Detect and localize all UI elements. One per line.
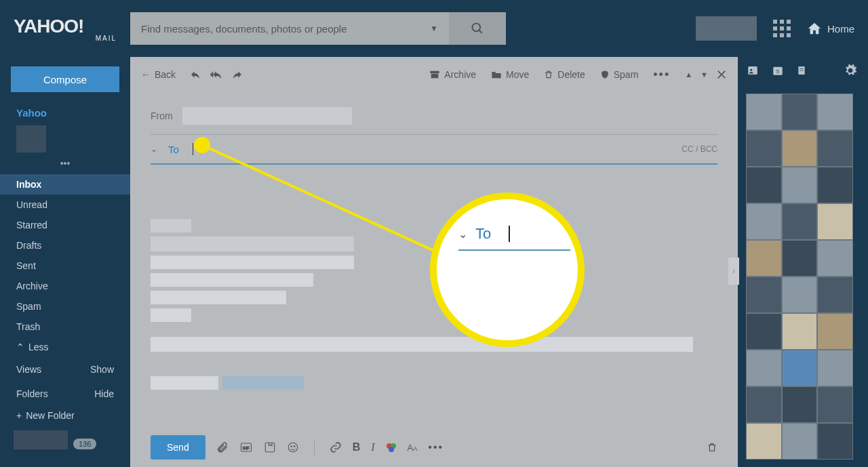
reply-icon[interactable] bbox=[189, 69, 201, 80]
folder-count: 136 bbox=[73, 439, 96, 449]
from-label: From bbox=[151, 110, 173, 121]
sidebar-item-unread[interactable]: Unread bbox=[0, 195, 130, 215]
chevron-down-icon: ⌄ bbox=[458, 228, 467, 241]
gif-icon[interactable]: GIF bbox=[239, 441, 253, 453]
archive-button[interactable]: Archive bbox=[429, 69, 476, 80]
svg-point-16 bbox=[750, 69, 752, 71]
collapse-down-icon[interactable]: ▼ bbox=[701, 70, 708, 79]
trash-icon bbox=[544, 69, 553, 80]
account-thumbnail bbox=[16, 125, 46, 153]
to-label: To bbox=[168, 144, 179, 155]
annotation-dot bbox=[194, 137, 210, 153]
attach-icon[interactable] bbox=[216, 441, 229, 453]
move-button[interactable]: Move bbox=[491, 69, 529, 80]
chevron-down-icon[interactable]: ▼ bbox=[430, 24, 438, 33]
search-bar: Find messages, documents, photos or peop… bbox=[130, 12, 506, 45]
trash-icon bbox=[707, 441, 717, 453]
sidebar-less[interactable]: ⌃ Less bbox=[0, 337, 130, 357]
plus-icon: + bbox=[16, 410, 22, 421]
compose-button[interactable]: Compose bbox=[11, 66, 119, 92]
home-link[interactable]: Home bbox=[807, 21, 854, 36]
svg-point-10 bbox=[291, 446, 292, 447]
gear-icon[interactable] bbox=[844, 64, 857, 77]
reply-all-icon[interactable] bbox=[210, 69, 223, 80]
italic-icon[interactable]: I bbox=[371, 441, 374, 453]
folder-list: Inbox Unread Starred Drafts Sent Archive… bbox=[0, 174, 130, 357]
notepad-icon[interactable] bbox=[796, 64, 807, 77]
home-icon bbox=[807, 21, 822, 36]
sidebar-item-drafts[interactable]: Drafts bbox=[0, 235, 130, 256]
sidebar-item-trash[interactable]: Trash bbox=[0, 317, 130, 337]
views-row: Views Show bbox=[0, 357, 130, 382]
shield-icon bbox=[600, 69, 610, 80]
message-toolbar: ← Back Archive Move Delete Spam bbox=[130, 57, 738, 92]
emoji-icon[interactable] bbox=[287, 441, 299, 453]
views-label[interactable]: Views bbox=[16, 364, 41, 375]
spam-button[interactable]: Spam bbox=[600, 69, 639, 80]
folders-hide[interactable]: Hide bbox=[94, 388, 114, 399]
folders-label[interactable]: Folders bbox=[16, 388, 48, 399]
svg-point-0 bbox=[473, 24, 481, 32]
svg-text:GIF: GIF bbox=[242, 446, 249, 450]
folders-row: Folders Hide bbox=[0, 382, 130, 406]
sidebar-item-starred[interactable]: Starred bbox=[0, 215, 130, 235]
contacts-icon[interactable] bbox=[746, 64, 760, 77]
magnified-to-label: To bbox=[475, 225, 491, 243]
sidebar-item-sent[interactable]: Sent bbox=[0, 256, 130, 276]
from-value[interactable] bbox=[182, 107, 352, 125]
color-icon[interactable] bbox=[386, 442, 397, 453]
more-format-icon[interactable]: ••• bbox=[428, 441, 443, 453]
folder-item[interactable]: 136 bbox=[0, 425, 130, 455]
views-show[interactable]: Show bbox=[90, 364, 114, 375]
folder-icon bbox=[491, 69, 502, 80]
sidebar-item-spam[interactable]: Spam bbox=[0, 296, 130, 317]
svg-point-14 bbox=[389, 447, 394, 452]
from-row: From bbox=[151, 98, 717, 135]
svg-rect-8 bbox=[265, 443, 275, 452]
account-more[interactable]: ••• bbox=[0, 157, 130, 174]
header: YAHOO! MAIL Find messages, documents, ph… bbox=[0, 0, 868, 57]
annotation-magnifier: ⌄ To bbox=[430, 192, 585, 347]
cc-bcc-toggle[interactable]: CC / BCC bbox=[682, 144, 717, 154]
account-name[interactable]: Yahoo bbox=[0, 104, 130, 121]
svg-line-1 bbox=[479, 31, 482, 33]
stationery-icon[interactable] bbox=[264, 441, 276, 453]
discard-button[interactable] bbox=[707, 441, 717, 453]
more-icon[interactable]: ••• bbox=[653, 68, 670, 82]
send-button[interactable]: Send bbox=[151, 435, 205, 460]
svg-point-9 bbox=[288, 443, 298, 452]
sidebar-item-inbox[interactable]: Inbox bbox=[0, 174, 130, 195]
search-placeholder: Find messages, documents, photos or peop… bbox=[141, 23, 347, 35]
calendar-icon[interactable]: 5 bbox=[772, 64, 784, 77]
svg-rect-2 bbox=[431, 71, 439, 73]
search-input[interactable]: Find messages, documents, photos or peop… bbox=[130, 12, 449, 45]
bold-icon[interactable]: B bbox=[353, 441, 361, 453]
collapse-up-icon[interactable]: ▲ bbox=[685, 70, 692, 79]
yahoo-logo[interactable]: YAHOO! MAIL bbox=[14, 16, 122, 42]
account-avatar[interactable] bbox=[696, 16, 757, 41]
chevron-up-icon: ⌃ bbox=[16, 342, 24, 352]
link-icon[interactable] bbox=[330, 441, 342, 453]
forward-icon[interactable] bbox=[231, 69, 243, 80]
new-folder[interactable]: + New Folder bbox=[0, 406, 130, 425]
chevron-down-icon[interactable]: ⌄ bbox=[151, 144, 157, 154]
right-rail: 5 bbox=[746, 64, 868, 460]
archive-icon bbox=[429, 69, 440, 80]
compose-footer: Send GIF B I AA ••• bbox=[130, 428, 738, 467]
arrow-left-icon: ← bbox=[141, 69, 151, 80]
font-size-icon[interactable]: AA bbox=[408, 443, 418, 453]
apps-icon[interactable] bbox=[773, 20, 791, 37]
magnified-cursor bbox=[509, 226, 510, 242]
svg-rect-3 bbox=[431, 74, 439, 79]
sidebar: Compose Yahoo ••• Inbox Unread Starred D… bbox=[0, 57, 130, 467]
svg-point-11 bbox=[294, 446, 295, 447]
to-input[interactable] bbox=[193, 144, 682, 155]
sidebar-item-archive[interactable]: Archive bbox=[0, 276, 130, 296]
back-button[interactable]: ← Back bbox=[141, 69, 176, 80]
close-icon[interactable] bbox=[716, 69, 727, 80]
delete-button[interactable]: Delete bbox=[544, 69, 585, 80]
rail-content bbox=[746, 94, 853, 460]
expand-right[interactable]: › bbox=[728, 258, 739, 285]
search-icon bbox=[471, 22, 484, 35]
search-button[interactable] bbox=[449, 12, 506, 45]
